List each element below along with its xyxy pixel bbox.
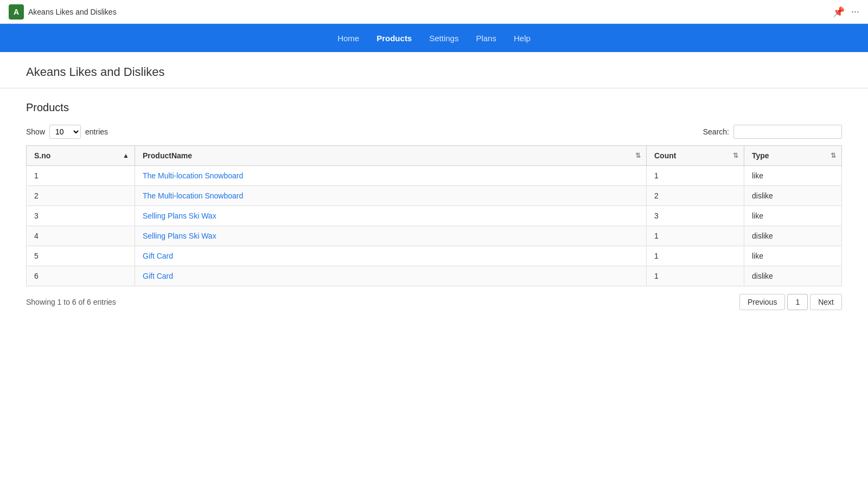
nav-item-products[interactable]: Products bbox=[376, 31, 412, 45]
nav-item-settings[interactable]: Settings bbox=[429, 31, 458, 45]
search-label: Search: bbox=[703, 127, 729, 136]
cell-sno: 1 bbox=[27, 166, 135, 186]
cell-productname: Selling Plans Ski Wax bbox=[135, 226, 647, 246]
next-button[interactable]: Next bbox=[810, 294, 842, 310]
cell-type: dislike bbox=[744, 186, 842, 206]
show-label: Show bbox=[26, 127, 45, 136]
top-bar-actions: 📌 ··· bbox=[833, 6, 859, 18]
table-row: 1The Multi-location Snowboard1like bbox=[27, 166, 842, 186]
search-input[interactable] bbox=[733, 125, 842, 139]
cell-sno: 6 bbox=[27, 266, 135, 286]
nav-item-home[interactable]: Home bbox=[337, 31, 359, 45]
cell-count: 1 bbox=[647, 266, 744, 286]
product-link[interactable]: Gift Card bbox=[143, 252, 173, 260]
cell-productname: Gift Card bbox=[135, 246, 647, 266]
nav-item-plans[interactable]: Plans bbox=[476, 31, 496, 45]
cell-count: 3 bbox=[647, 206, 744, 226]
page-header: Akeans Likes and Dislikes bbox=[0, 52, 868, 88]
app-title: Akeans Likes and Dislikes bbox=[28, 8, 117, 16]
col-count-label: Count bbox=[654, 151, 676, 160]
col-productname-sort-icon bbox=[635, 152, 641, 159]
cell-type: dislike bbox=[744, 226, 842, 246]
app-icon-text: A bbox=[14, 8, 19, 16]
cell-type: like bbox=[744, 246, 842, 266]
entries-label: entries bbox=[85, 127, 108, 136]
table-header: S.no ProductName Count Type bbox=[27, 146, 842, 166]
cell-productname: The Multi-location Snowboard bbox=[135, 186, 647, 206]
col-sno-sort-icon bbox=[123, 152, 129, 159]
cell-count: 1 bbox=[647, 226, 744, 246]
table-row: 4Selling Plans Ski Wax1dislike bbox=[27, 226, 842, 246]
cell-sno: 4 bbox=[27, 226, 135, 246]
col-productname-label: ProductName bbox=[143, 151, 192, 160]
table-controls: Show 10 25 50 100 entries Search: bbox=[26, 125, 842, 139]
table-row: 3Selling Plans Ski Wax3like bbox=[27, 206, 842, 226]
previous-button[interactable]: Previous bbox=[739, 294, 785, 310]
main-content: Products Show 10 25 50 100 entries Searc… bbox=[0, 88, 868, 323]
section-title: Products bbox=[26, 101, 842, 114]
table-row: 2The Multi-location Snowboard2dislike bbox=[27, 186, 842, 206]
notification-icon[interactable]: 📌 bbox=[833, 6, 845, 18]
app-icon: A bbox=[9, 4, 24, 20]
cell-type: like bbox=[744, 206, 842, 226]
pagination-info: Showing 1 to 6 of 6 entries bbox=[26, 298, 116, 306]
products-table: S.no ProductName Count Type 1The Multi-l… bbox=[26, 145, 842, 286]
cell-sno: 5 bbox=[27, 246, 135, 266]
col-count[interactable]: Count bbox=[647, 146, 744, 166]
table-row: 5Gift Card1like bbox=[27, 246, 842, 266]
cell-count: 1 bbox=[647, 246, 744, 266]
cell-type: like bbox=[744, 166, 842, 186]
product-link[interactable]: The Multi-location Snowboard bbox=[143, 191, 243, 200]
nav-item-help[interactable]: Help bbox=[514, 31, 531, 45]
col-productname[interactable]: ProductName bbox=[135, 146, 647, 166]
top-bar: A Akeans Likes and Dislikes 📌 ··· bbox=[0, 0, 868, 24]
col-type-sort-icon bbox=[831, 152, 836, 159]
col-sno-label: S.no bbox=[34, 151, 50, 160]
table-body: 1The Multi-location Snowboard1like2The M… bbox=[27, 166, 842, 286]
pagination-controls: Previous 1 Next bbox=[739, 294, 842, 310]
current-page[interactable]: 1 bbox=[787, 294, 808, 310]
search-box: Search: bbox=[703, 125, 842, 139]
col-type[interactable]: Type bbox=[744, 146, 842, 166]
product-link[interactable]: Gift Card bbox=[143, 272, 173, 280]
show-entries: Show 10 25 50 100 entries bbox=[26, 125, 108, 139]
top-bar-left: A Akeans Likes and Dislikes bbox=[9, 4, 117, 20]
header-row: S.no ProductName Count Type bbox=[27, 146, 842, 166]
col-type-label: Type bbox=[752, 151, 769, 160]
col-sno[interactable]: S.no bbox=[27, 146, 135, 166]
product-link[interactable]: Selling Plans Ski Wax bbox=[143, 232, 216, 240]
nav-bar: Home Products Settings Plans Help bbox=[0, 24, 868, 52]
cell-count: 1 bbox=[647, 166, 744, 186]
cell-productname: The Multi-location Snowboard bbox=[135, 166, 647, 186]
col-count-sort-icon bbox=[733, 152, 738, 159]
cell-productname: Selling Plans Ski Wax bbox=[135, 206, 647, 226]
cell-productname: Gift Card bbox=[135, 266, 647, 286]
more-options-icon[interactable]: ··· bbox=[851, 6, 859, 17]
product-link[interactable]: Selling Plans Ski Wax bbox=[143, 211, 216, 220]
cell-sno: 2 bbox=[27, 186, 135, 206]
product-link[interactable]: The Multi-location Snowboard bbox=[143, 171, 243, 180]
page-title: Akeans Likes and Dislikes bbox=[26, 65, 842, 79]
entries-select[interactable]: 10 25 50 100 bbox=[49, 125, 81, 139]
cell-sno: 3 bbox=[27, 206, 135, 226]
cell-count: 2 bbox=[647, 186, 744, 206]
pagination-row: Showing 1 to 6 of 6 entries Previous 1 N… bbox=[26, 294, 842, 310]
cell-type: dislike bbox=[744, 266, 842, 286]
table-row: 6Gift Card1dislike bbox=[27, 266, 842, 286]
